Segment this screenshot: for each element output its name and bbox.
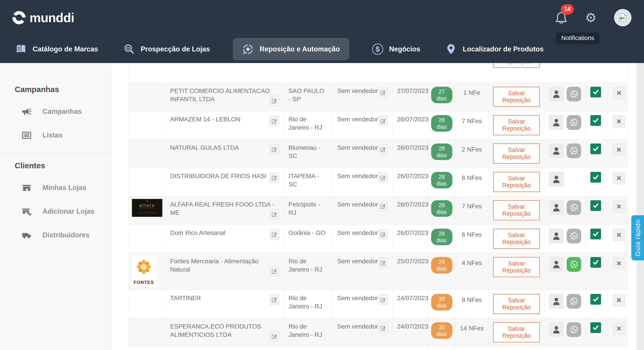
dismiss-button[interactable] — [613, 257, 625, 270]
sidebar-item-minhas-lojas[interactable]: Minhas Lojas — [0, 176, 112, 200]
edit-name-button[interactable] — [270, 294, 279, 305]
edit-vendor-button[interactable] — [378, 201, 388, 211]
edit-vendor-button[interactable] — [378, 116, 388, 126]
edit-vendor-button[interactable] — [378, 144, 388, 155]
contact-person-button[interactable] — [549, 257, 564, 272]
dismiss-button[interactable] — [613, 143, 625, 156]
approve-button[interactable] — [590, 87, 601, 97]
nav-tab-catalogo-de-marcas[interactable]: Catálogo de Marcas — [13, 38, 100, 60]
approve-cell — [586, 290, 608, 318]
dismiss-button[interactable] — [613, 172, 625, 184]
nav-tab-prospeccao-de-lojas[interactable]: Prospecção de Lojas — [121, 38, 212, 60]
brand-logo[interactable]: munddi — [0, 10, 74, 25]
pencil-square-icon — [272, 175, 277, 181]
dismiss-button[interactable] — [613, 115, 625, 128]
contact-person-button[interactable] — [549, 115, 564, 130]
table-row: TARTINER Rio de Janeiro - RJ Sem vendedo… — [129, 290, 628, 318]
whatsapp-button[interactable] — [567, 115, 581, 130]
whatsapp-button[interactable] — [567, 294, 581, 309]
whatsapp-button[interactable] — [567, 229, 581, 243]
edit-name-button[interactable] — [270, 95, 279, 106]
save-reposition-button[interactable]: Salvar Reposição — [493, 200, 540, 220]
pencil-square-icon — [380, 146, 386, 152]
approve-button[interactable] — [590, 257, 601, 268]
approve-button[interactable] — [590, 229, 601, 239]
approve-button[interactable] — [590, 143, 601, 154]
edit-name-button[interactable] — [270, 116, 279, 126]
edit-vendor-button[interactable] — [378, 258, 388, 268]
settings-button[interactable]: ⚙ — [585, 11, 596, 24]
save-reposition-button[interactable]: Salvar Reposição — [493, 172, 540, 192]
city-label: Blumenau - SC — [288, 144, 320, 159]
sidebar-item-distribuidores[interactable]: Distribuidores — [0, 223, 112, 247]
edit-vendor-button[interactable] — [378, 323, 388, 334]
fontes-wordmark: FONTES — [134, 278, 154, 286]
dismiss-button[interactable] — [613, 229, 625, 241]
tooltip-label: Notifications — [561, 35, 594, 41]
sidebar-item-adicionar-lojas[interactable]: Adicionar Lojas — [0, 200, 112, 223]
save-reposition-button[interactable]: Salvar Reposição — [493, 229, 540, 249]
contact-person-button[interactable] — [549, 229, 564, 243]
notifications-button[interactable]: 14 — [555, 11, 568, 24]
nav-tab-reposicao-e-automacao[interactable]: Reposição e Automação — [233, 38, 349, 60]
storefront-add-icon — [22, 206, 32, 217]
save-reposition-button[interactable]: Salvar Reposição — [493, 322, 540, 343]
whatsapp-button[interactable] — [567, 143, 581, 158]
dismiss-button[interactable] — [613, 294, 625, 307]
edit-name-button[interactable] — [270, 209, 279, 220]
sidebar-item-campanhas[interactable]: Campanhas — [0, 100, 112, 123]
vendor-cell: Sem vendedor — [333, 139, 393, 168]
edit-name-button[interactable] — [270, 172, 279, 183]
whatsapp-button[interactable] — [567, 200, 581, 215]
save-reposition-button[interactable]: Salvar Reposição — [493, 63, 540, 68]
edit-vendor-button[interactable] — [378, 229, 388, 240]
whatsapp-button[interactable] — [567, 87, 581, 101]
approve-button[interactable] — [590, 294, 601, 305]
dismiss-cell — [608, 225, 628, 253]
dismiss-button[interactable] — [613, 87, 625, 99]
edit-vendor-button[interactable] — [378, 172, 388, 183]
approve-cell — [586, 318, 608, 347]
save-reposition-button[interactable]: Salvar Reposição — [493, 257, 540, 277]
contact-person-button[interactable] — [549, 294, 564, 309]
contact-person-button[interactable] — [549, 143, 564, 158]
edit-vendor-button[interactable] — [378, 294, 388, 305]
nfes-count: 14 NFes — [460, 325, 484, 332]
contact-person-button[interactable] — [549, 322, 564, 337]
contact-person-button[interactable] — [549, 200, 564, 215]
edit-vendor-button[interactable] — [378, 87, 388, 98]
edit-name-button[interactable] — [270, 266, 279, 277]
approve-button[interactable] — [590, 200, 601, 211]
nfes-cell: 1 NFe — [455, 83, 489, 111]
nav-tab-negocios[interactable]: $ Negócios — [370, 38, 422, 60]
sidebar-item-listas[interactable]: Listas — [0, 123, 112, 147]
approve-button[interactable] — [590, 322, 601, 333]
save-reposition-button[interactable]: Salvar Reposição — [493, 143, 540, 164]
contact-person-button[interactable] — [549, 172, 564, 187]
save-reposition-button[interactable]: Salvar Reposição — [493, 294, 540, 314]
approve-button[interactable] — [590, 172, 601, 183]
quick-guide-tab[interactable]: Guia rápido — [631, 215, 644, 260]
whatsapp-button[interactable] — [567, 322, 581, 337]
edit-name-button[interactable] — [270, 229, 279, 240]
vendor-label: Sem vendedor — [337, 229, 378, 237]
dismiss-button[interactable] — [613, 200, 625, 213]
dismiss-button[interactable] — [613, 322, 625, 335]
company-name-cell: ESPERANCA.ECO PRODUTOS ALIMENTICIOS LTDA — [166, 318, 284, 347]
edit-name-button[interactable] — [270, 144, 279, 155]
days-badge: 29 dias — [431, 257, 452, 274]
city-cell: ITAPEMA - SC — [284, 168, 333, 196]
pencil-square-icon — [380, 260, 386, 266]
approve-button[interactable] — [590, 115, 601, 126]
avatar[interactable] — [614, 9, 632, 26]
save-reposition-button[interactable]: Salvar Reposição — [493, 87, 540, 107]
save-reposition-button[interactable]: Salvar Reposição — [493, 115, 540, 135]
contact-person-button[interactable] — [549, 87, 564, 101]
whatsapp-button[interactable] — [567, 257, 581, 272]
edit-name-button[interactable] — [270, 331, 279, 342]
x-icon — [616, 118, 622, 124]
vertical-scrollbar[interactable] — [636, 63, 644, 350]
nav-tab-localizador-de-produtos[interactable]: Localizador de Produtos — [443, 38, 546, 60]
whatsapp-icon — [569, 89, 579, 99]
table-row: Salvar Reposição — [129, 63, 628, 83]
